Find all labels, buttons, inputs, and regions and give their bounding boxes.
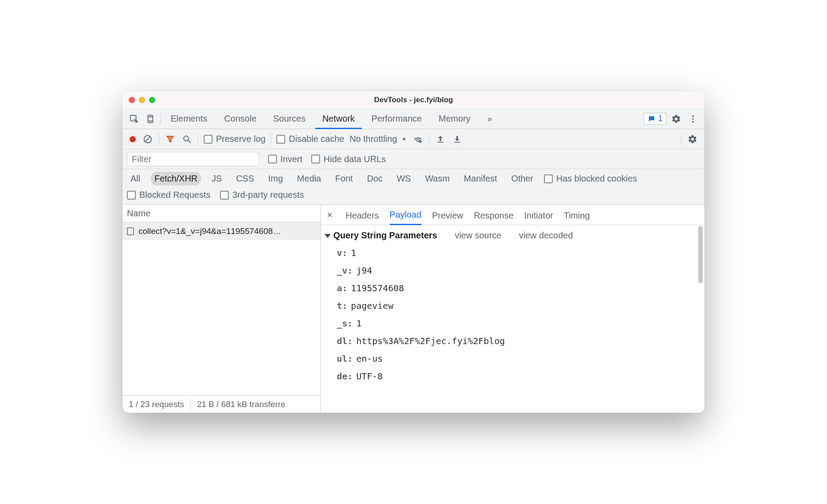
tab-memory[interactable]: Memory xyxy=(432,109,477,129)
detail-tab-preview[interactable]: Preview xyxy=(432,205,463,225)
filter-type-all[interactable]: All xyxy=(127,172,144,185)
more-tabs-button[interactable]: » xyxy=(480,109,499,129)
filter-type-font[interactable]: Font xyxy=(332,172,356,185)
throttling-select[interactable]: No throttling ▼ xyxy=(350,134,407,144)
filter-row: Invert Hide data URLs xyxy=(123,149,704,169)
view-decoded-link[interactable]: view decoded xyxy=(519,230,573,241)
filter-type-wasm[interactable]: Wasm xyxy=(421,172,453,185)
svg-point-4 xyxy=(692,115,694,117)
download-har-icon[interactable] xyxy=(451,133,463,145)
svg-line-10 xyxy=(188,140,191,143)
filter-type-css[interactable]: CSS xyxy=(232,172,257,185)
issues-chip[interactable]: 1 xyxy=(644,113,667,125)
network-conditions-icon[interactable] xyxy=(412,133,424,145)
device-toggle-icon[interactable] xyxy=(144,112,158,126)
svg-rect-12 xyxy=(437,141,443,142)
param-key: ul: xyxy=(337,350,353,367)
divider xyxy=(159,134,159,145)
scrollbar[interactable] xyxy=(698,226,703,283)
tab-console[interactable]: Console xyxy=(217,109,263,129)
filter-type-img[interactable]: Img xyxy=(265,172,287,185)
disclosure-triangle-icon xyxy=(324,234,331,238)
query-param-row: ul:en-us xyxy=(337,350,701,367)
tab-performance[interactable]: Performance xyxy=(365,109,429,129)
request-name: collect?v=1&_v=j94&a=1195574608… xyxy=(138,226,281,236)
detail-tab-initiator[interactable]: Initiator xyxy=(524,205,553,225)
filter-type-media[interactable]: Media xyxy=(294,172,324,185)
invert-label: Invert xyxy=(280,154,302,164)
query-param-row: dl:https%3A%2F%2Fjec.fyi%2Fblog xyxy=(337,332,701,350)
request-count: 1 / 23 requests xyxy=(129,400,184,409)
param-key: t: xyxy=(337,297,347,315)
param-value: UTF-8 xyxy=(356,367,383,385)
disable-cache-label: Disable cache xyxy=(289,134,344,144)
filter-type-fetchxhr[interactable]: Fetch/XHR xyxy=(151,172,201,185)
network-settings-icon[interactable] xyxy=(687,133,698,145)
detail-tab-timing[interactable]: Timing xyxy=(564,205,590,225)
disable-cache-checkbox[interactable]: Disable cache xyxy=(276,134,344,144)
filter-input[interactable] xyxy=(127,152,259,166)
network-content: Name collect?v=1&_v=j94&a=1195574608… 1 … xyxy=(123,205,704,413)
param-key: dl: xyxy=(337,332,353,350)
detail-tab-response[interactable]: Response xyxy=(474,205,514,225)
upload-har-icon[interactable] xyxy=(435,133,446,145)
svg-point-6 xyxy=(692,121,694,122)
filter-icon[interactable] xyxy=(164,133,176,145)
blocked-requests-checkbox[interactable]: Blocked Requests xyxy=(127,190,210,200)
query-param-row: de:UTF-8 xyxy=(337,367,701,385)
blocked-requests-label: Blocked Requests xyxy=(139,190,210,200)
param-value: 1195574608 xyxy=(351,279,404,297)
inspect-icon[interactable] xyxy=(127,112,141,126)
query-param-row: _s:1 xyxy=(337,315,701,332)
issues-count: 1 xyxy=(658,114,663,123)
divider xyxy=(429,134,429,145)
divider xyxy=(271,134,271,145)
preserve-log-checkbox[interactable]: Preserve log xyxy=(204,134,265,144)
view-source-link[interactable]: view source xyxy=(455,230,502,241)
svg-point-9 xyxy=(184,136,189,141)
query-param-row: t:pageview xyxy=(337,297,701,315)
has-blocked-cookies-label: Has blocked cookies xyxy=(556,174,637,184)
svg-rect-1 xyxy=(148,115,153,122)
record-button[interactable] xyxy=(129,135,137,143)
search-icon[interactable] xyxy=(181,133,193,145)
hide-data-urls-label: Hide data URLs xyxy=(324,154,386,164)
divider xyxy=(198,134,198,145)
param-value: 1 xyxy=(356,315,361,332)
param-key: v: xyxy=(337,244,347,262)
query-params-section-header[interactable]: Query String Parameters view source view… xyxy=(324,230,701,241)
param-key: a: xyxy=(337,279,347,297)
detail-tab-headers[interactable]: Headers xyxy=(346,205,379,225)
chevron-down-icon: ▼ xyxy=(402,136,407,142)
settings-icon[interactable] xyxy=(669,112,683,126)
hide-data-urls-checkbox[interactable]: Hide data URLs xyxy=(311,154,386,164)
detail-tab-payload[interactable]: Payload xyxy=(390,205,421,225)
request-row[interactable]: collect?v=1&_v=j94&a=1195574608… xyxy=(123,222,320,240)
close-detail-button[interactable]: × xyxy=(324,210,335,220)
query-params-list: v:1_v:j94a:1195574608t:pageview_s:1dl:ht… xyxy=(324,244,701,385)
svg-line-8 xyxy=(145,136,151,142)
clear-icon[interactable] xyxy=(142,133,153,145)
type-filter-row-2: Blocked Requests 3rd-party requests xyxy=(123,188,704,205)
request-detail-panel: × HeadersPayloadPreviewResponseInitiator… xyxy=(321,205,704,413)
column-header-name[interactable]: Name xyxy=(123,205,320,222)
tab-network[interactable]: Network xyxy=(315,109,361,129)
third-party-checkbox[interactable]: 3rd-party requests xyxy=(220,190,304,200)
divider xyxy=(160,114,161,124)
param-key: _v: xyxy=(337,262,353,279)
has-blocked-cookies-checkbox[interactable]: Has blocked cookies xyxy=(544,174,637,184)
tab-elements[interactable]: Elements xyxy=(164,109,214,129)
transfer-size: 21 B / 681 kB transferre xyxy=(197,400,286,409)
filter-type-other[interactable]: Other xyxy=(508,172,537,185)
query-param-row: a:1195574608 xyxy=(337,279,701,297)
invert-checkbox[interactable]: Invert xyxy=(268,154,302,164)
kebab-menu-icon[interactable] xyxy=(686,112,700,126)
tab-sources[interactable]: Sources xyxy=(266,109,313,129)
throttling-label: No throttling xyxy=(350,134,397,144)
request-list-panel: Name collect?v=1&_v=j94&a=1195574608… 1 … xyxy=(123,205,321,413)
filter-type-ws[interactable]: WS xyxy=(393,172,414,185)
type-filter-row: AllFetch/XHRJSCSSImgMediaFontDocWSWasmMa… xyxy=(123,169,704,188)
filter-type-manifest[interactable]: Manifest xyxy=(460,172,501,185)
filter-type-js[interactable]: JS xyxy=(208,172,225,185)
filter-type-doc[interactable]: Doc xyxy=(363,172,386,185)
